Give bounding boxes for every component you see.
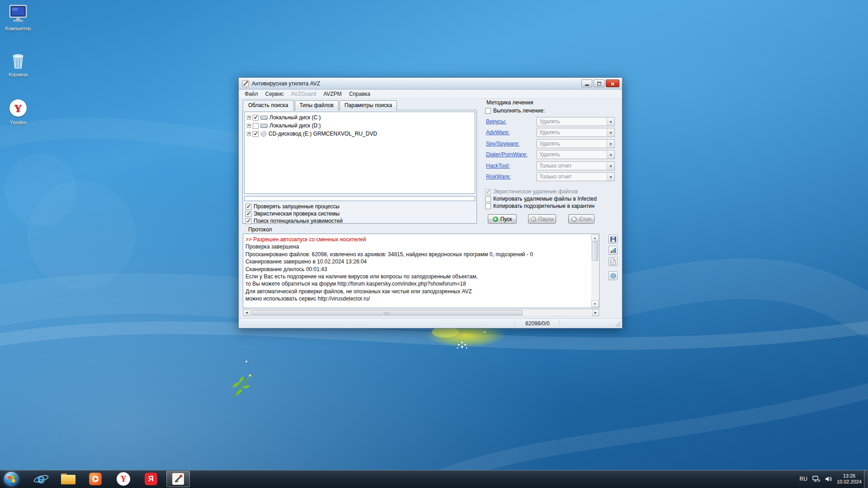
drive-c-checkbox[interactable] [253, 115, 259, 121]
cdrom-e-checkbox[interactable] [253, 131, 259, 137]
desktop-icon-recycle-bin[interactable]: Корзина [0, 50, 36, 77]
option-label: Поиск потенциальных уязвимостей [254, 218, 343, 224]
save-log-button[interactable] [609, 235, 618, 244]
hacktool-link[interactable]: HackTool: [486, 163, 510, 169]
perform-treatment-checkbox[interactable] [485, 108, 491, 114]
close-button[interactable] [606, 80, 619, 87]
checkbox[interactable] [245, 218, 251, 224]
stop-button: Стоп [568, 214, 594, 224]
document-icon [610, 258, 616, 265]
statistics-button[interactable] [609, 246, 618, 255]
media-player-icon [89, 473, 102, 485]
start-button[interactable] [4, 471, 19, 487]
yandex-icon [9, 99, 27, 117]
log-line: Сканирование длилось 00:01:43 [245, 266, 589, 273]
tab-scan-area[interactable]: Область поиска [243, 100, 294, 111]
desktop-icon-label: Yandex [0, 120, 36, 125]
combo-value: Удалять [537, 141, 607, 147]
log-vertical-scrollbar[interactable] [591, 235, 599, 307]
status-separator [559, 320, 560, 326]
pause-button: Пауза [528, 214, 556, 224]
taskbar-yandex-browser-button[interactable] [112, 470, 135, 488]
window-title: Антивирусная утилита AVZ [252, 80, 320, 87]
treatment-row-hacktool: HackTool: Только отчет [485, 161, 615, 171]
network-icon[interactable] [812, 476, 820, 482]
statusbar: 62098/0/0 [239, 318, 622, 328]
checkbox[interactable] [245, 204, 251, 210]
copy-to-quarantine-option[interactable]: Копировать подозрительные в карантин [485, 203, 594, 209]
checkbox[interactable] [245, 211, 251, 217]
tab-search-params[interactable]: Параметры поиска [340, 100, 397, 111]
recycle-bin-icon [7, 50, 29, 70]
taskbar-ie-button[interactable] [29, 470, 53, 488]
expand-icon[interactable] [247, 132, 251, 136]
viruses-link[interactable]: Вирусы: [486, 118, 506, 125]
menu-file[interactable]: Файл [241, 89, 262, 99]
option-check-processes[interactable]: Проверять запущенные процессы [245, 203, 340, 210]
start-button-label: Пуск [500, 216, 512, 222]
tray-clock[interactable]: 13:26 10.02.2024 [837, 473, 862, 485]
option-heuristic-check[interactable]: Эвристическая проверка системы [245, 211, 340, 217]
maximize-icon [597, 82, 601, 85]
show-desktop-button[interactable] [864, 470, 868, 488]
stop-icon [571, 216, 577, 222]
viruses-action-combo[interactable]: Удалять [537, 117, 615, 126]
tray-date: 10.02.2024 [837, 479, 862, 485]
combo-value: Только отчет [537, 174, 607, 180]
minimize-button[interactable] [581, 80, 592, 87]
expand-icon[interactable] [247, 116, 251, 120]
yandex-app-icon [145, 473, 157, 485]
log-line: Если у Вас есть подозрение на наличие ви… [245, 273, 589, 280]
maximize-button[interactable] [594, 80, 604, 87]
option-vulnerability-search[interactable]: Поиск потенциальных уязвимостей [245, 218, 343, 224]
scrollbar-thumb[interactable] [592, 242, 598, 261]
log-line: Сканирование завершено в 10.02.2024 13:2… [245, 258, 589, 265]
copy-to-quarantine-checkbox[interactable] [485, 203, 491, 209]
advware-action-combo[interactable]: Удалять [537, 128, 615, 137]
drive-d-checkbox[interactable] [253, 123, 259, 129]
web-check-button[interactable] [609, 271, 618, 280]
desktop-icon-yandex[interactable]: Yandex [0, 98, 36, 125]
menu-help[interactable]: Справка [345, 89, 374, 99]
advware-link[interactable]: AdvWare: [486, 129, 509, 136]
tree-item-drive-c[interactable]: Локальный диск (C:) [245, 113, 475, 122]
menu-service[interactable]: Сервис [262, 89, 288, 99]
riskware-link[interactable]: RiskWare: [486, 174, 511, 180]
scrollbar-thumb[interactable] [251, 310, 523, 315]
log-horizontal-scrollbar[interactable] [243, 309, 599, 316]
taskbar-media-button[interactable] [84, 470, 107, 488]
tree-item-cdrom-e[interactable]: CD-дисковод (E:) GRMCENXVOL_RU_DVD [245, 130, 475, 138]
tab-file-types[interactable]: Типы файлов [295, 100, 339, 111]
scroll-left-button[interactable] [243, 310, 250, 316]
taskbar-yandex-app-button[interactable] [139, 470, 163, 488]
dialer-link[interactable]: Dialer/PornWare: [486, 151, 528, 158]
volume-icon[interactable] [825, 476, 832, 482]
protocol-log[interactable]: >> Разрешен автозапуск со сменных носите… [244, 235, 591, 307]
menu-avzpm[interactable]: AVZPM [320, 89, 345, 99]
tree-item-drive-d[interactable]: Локальный диск (D:) [245, 122, 475, 130]
titlebar[interactable]: Антивирусная утилита AVZ [239, 78, 622, 89]
dialer-action-combo[interactable]: Удалять [537, 150, 615, 159]
option-label: Эвристическое удаление файлов [493, 188, 578, 195]
copy-to-infected-checkbox[interactable] [485, 196, 491, 202]
taskbar-explorer-button[interactable] [57, 470, 80, 488]
riskware-action-combo[interactable]: Только отчет [537, 172, 615, 181]
copy-to-infected-option[interactable]: Копировать удаляемые файлы в Infected [485, 196, 597, 202]
hacktool-action-combo[interactable]: Только отчет [537, 161, 615, 170]
scroll-up-button[interactable] [591, 235, 599, 241]
desktop-icon-computer[interactable]: Компьютер [0, 4, 36, 31]
yandex-browser-icon [117, 472, 130, 486]
protocol-log-box: >> Разрешен автозапуск со сменных носите… [243, 234, 599, 308]
expand-icon[interactable] [247, 124, 251, 128]
spyware-link[interactable]: Spy/Spyware: [486, 141, 519, 147]
language-indicator[interactable]: RU [800, 476, 807, 482]
taskbar-avz-button[interactable] [166, 471, 190, 487]
scroll-right-button[interactable] [592, 310, 599, 316]
menu-avzguard: AVZGuard [288, 89, 320, 99]
scroll-down-button[interactable] [591, 300, 599, 307]
perform-treatment-option[interactable]: Выполнять лечение: [485, 108, 545, 114]
new-document-button[interactable] [609, 257, 618, 266]
start-button[interactable]: Пуск [488, 214, 517, 224]
spyware-action-combo[interactable]: Удалять [537, 139, 615, 148]
resize-grip[interactable] [615, 321, 621, 327]
